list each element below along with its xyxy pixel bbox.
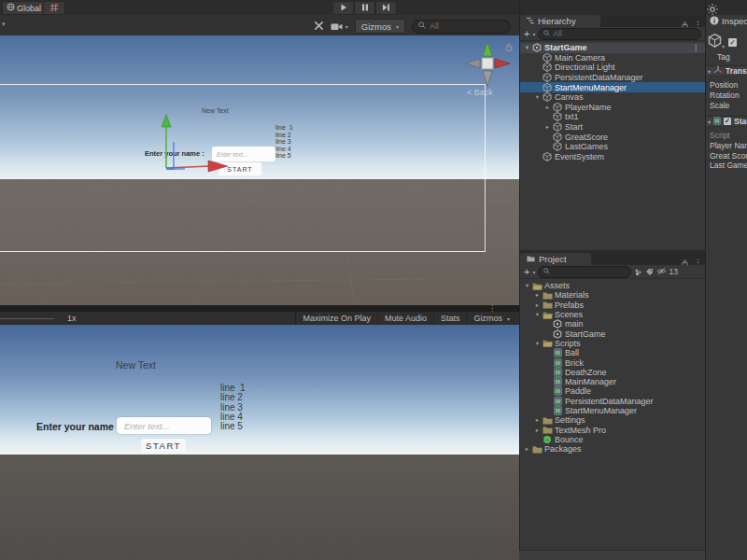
scale-slider[interactable] [0, 318, 54, 319]
grid-snap-button[interactable] [43, 1, 65, 15]
hierarchy-item-directional-light[interactable]: Directional Light [520, 63, 705, 73]
global-pivot-toggle[interactable]: Global [2, 1, 46, 15]
kebab-menu-icon[interactable]: ⋮ [692, 44, 699, 52]
orientation-back-label[interactable]: < Back [467, 88, 493, 97]
project-item-textmesh-pro[interactable]: ▸TextMesh Pro [520, 425, 705, 434]
hierarchy-item-main-camera[interactable]: Main Camera [520, 53, 705, 63]
unity-editor-window: Global ▾ ▾ Gizmos [0, 0, 747, 560]
hierarchy-item-startgame[interactable]: ▾StartGame⋮ [520, 43, 705, 53]
project-item-startgame[interactable]: StartGame [520, 329, 705, 338]
transform-fields: PositionRotationScale [710, 80, 747, 110]
expand-arrow[interactable]: ▾ [523, 44, 531, 51]
expand-arrow[interactable]: ▸ [533, 416, 542, 424]
project-item-assets[interactable]: ▾Assets [520, 281, 705, 290]
gameobject-cube-icon[interactable] [708, 34, 722, 51]
project-item-label: Scripts [555, 339, 581, 348]
scene-search-value: All [430, 21, 439, 31]
game-ui-name-input[interactable]: Enter text... [117, 417, 211, 434]
scene-gizmos-dropdown[interactable]: Gizmos ▾ [355, 19, 405, 34]
panel-splitter[interactable] [520, 250, 705, 253]
tab-project[interactable]: Project [520, 253, 591, 265]
project-search-input[interactable] [538, 266, 631, 278]
transform-component-header[interactable]: ▾ Transform [706, 65, 747, 77]
expand-arrow[interactable]: ▸ [533, 291, 542, 299]
expand-arrow[interactable]: ▾ [533, 311, 542, 318]
grid-snap-icon [49, 3, 59, 14]
hierarchy-item-eventsystem[interactable]: EventSystem [520, 152, 705, 162]
hierarchy-search-input[interactable]: All [538, 28, 701, 40]
project-item-materials[interactable]: ▸Materials [520, 290, 705, 300]
move-tool-gizmo[interactable] [135, 114, 243, 174]
mute-audio-button[interactable]: Mute Audio [377, 312, 433, 325]
active-checkbox[interactable]: ✓ [728, 38, 737, 47]
add-object-button[interactable]: + [524, 29, 529, 38]
project-item-brick[interactable]: Brick [520, 357, 705, 367]
game-ui-start-button[interactable]: START [141, 439, 186, 453]
inspector-field-player-name: Player Name [710, 141, 747, 151]
play-button[interactable] [332, 1, 354, 15]
inspector-field-script: Script [710, 131, 747, 141]
project-item-main[interactable]: main [520, 319, 705, 329]
project-item-mainmanager[interactable]: MainManager [520, 377, 705, 386]
chevron-down-icon[interactable]: ▾ [532, 31, 535, 37]
play-icon [340, 4, 347, 13]
expand-arrow[interactable]: ▾ [533, 93, 542, 101]
ui-line-text: line 5 [275, 152, 293, 160]
chevron-down-icon[interactable]: ▾ [722, 43, 725, 49]
game-viewport[interactable]: New Text line 1line 2line 3line 4line 5 … [0, 325, 520, 560]
tab-hierarchy[interactable]: Hierarchy [520, 15, 600, 27]
scene-tab-chevron-icon[interactable]: ▾ [2, 21, 6, 28]
gizmos-button[interactable]: Gizmos▾ [466, 312, 516, 325]
expand-arrow[interactable]: ▸ [543, 104, 552, 111]
lock-icon[interactable] [505, 38, 513, 55]
scene-tools-icon[interactable] [314, 18, 324, 35]
pause-button[interactable] [354, 1, 375, 15]
scene-search-input[interactable]: All [412, 20, 511, 34]
search-icon [543, 29, 550, 38]
scene-camera-menu[interactable]: ▾ [331, 18, 348, 35]
component-enabled-checkbox[interactable]: ✓ [724, 118, 731, 125]
search-by-label-icon[interactable] [645, 268, 654, 276]
maximize-on-play-button[interactable]: Maximize On Play [295, 312, 377, 325]
hierarchy-item-greatscore[interactable]: GreatScore [520, 132, 705, 142]
project-item-bounce[interactable]: Bounce [520, 435, 705, 444]
project-item-persistentdatamanager[interactable]: PersistentDataManager [520, 397, 705, 406]
project-item-scenes[interactable]: ▾Scenes [520, 310, 705, 319]
project-item-settings[interactable]: ▸Settings [520, 415, 705, 425]
add-asset-button[interactable]: + [524, 267, 529, 276]
project-item-startmenumanager[interactable]: StartMenuManager [520, 406, 705, 415]
expand-arrow[interactable]: ▸ [533, 301, 542, 309]
project-item-packages[interactable]: ▸Packages [520, 444, 705, 454]
chevron-down-icon[interactable]: ▾ [532, 269, 535, 275]
scene-viewport[interactable]: New Text line 1line 2line 3line 4line 5 … [0, 35, 520, 305]
script-component-header[interactable]: ▾ ✓ StartMenuManager [706, 116, 747, 127]
hierarchy-item-txt1[interactable]: txt1 [520, 112, 705, 122]
expand-arrow[interactable]: ▾ [523, 282, 531, 289]
ui-line-text: line 1 [275, 124, 293, 132]
cube-icon [552, 122, 563, 132]
hierarchy-item-start[interactable]: ▸Start [520, 122, 705, 133]
project-item-deathzone[interactable]: DeathZone [520, 368, 705, 377]
search-by-type-icon[interactable] [634, 268, 642, 276]
cube-icon [552, 103, 563, 112]
hierarchy-item-lastgames[interactable]: LastGames [520, 142, 705, 152]
cube-icon [542, 73, 553, 82]
expand-arrow[interactable]: ▸ [533, 427, 542, 434]
hierarchy-item-canvas[interactable]: ▾Canvas [520, 92, 705, 103]
expand-arrow[interactable]: ▸ [523, 445, 531, 453]
expand-arrow[interactable]: ▾ [533, 340, 542, 347]
project-item-prefabs[interactable]: ▸Prefabs [520, 301, 705, 310]
hierarchy-item-startmenumanager[interactable]: StartMenuManager [520, 82, 705, 92]
project-item-scripts[interactable]: ▾Scripts [520, 339, 705, 348]
project-item-ball[interactable]: Ball [520, 348, 705, 357]
hierarchy-item-playername[interactable]: ▸PlayerName [520, 103, 705, 113]
stats-button[interactable]: Stats [433, 312, 467, 325]
hidden-count-badge[interactable]: 13 [656, 267, 677, 277]
step-button[interactable] [375, 1, 397, 15]
expand-arrow[interactable]: ▸ [543, 123, 552, 131]
hierarchy-item-persistentdatamanager[interactable]: PersistentDataManager [520, 73, 705, 83]
tab-inspector[interactable]: Inspector [706, 15, 747, 27]
project-item-paddle[interactable]: Paddle [520, 386, 705, 396]
game-toolbar-buttons: Maximize On PlayMute AudioStatsGizmos▾ [295, 312, 516, 325]
hierarchy-item-label: LastGames [565, 142, 608, 151]
